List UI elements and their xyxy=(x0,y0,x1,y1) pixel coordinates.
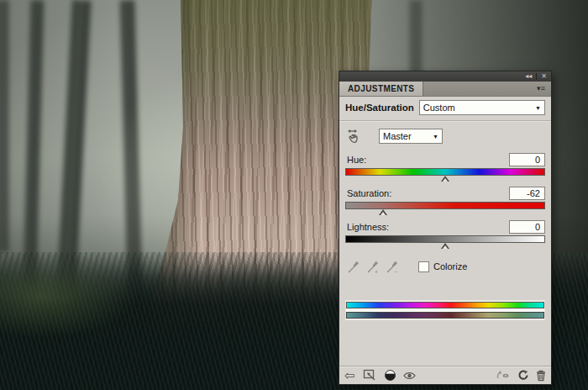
output-hue-spectrum-bar xyxy=(346,312,544,319)
targeted-adjustment-tool-icon[interactable] xyxy=(347,129,364,144)
collapse-panel-button[interactable]: ◂◂ xyxy=(521,73,536,80)
colorize-label: Colorize xyxy=(433,261,467,271)
eyedropper-icon[interactable] xyxy=(347,260,360,274)
view-previous-state-button[interactable] xyxy=(496,368,510,382)
lightness-label: Lightness: xyxy=(345,222,389,232)
clip-to-layer-icon xyxy=(363,369,377,382)
reset-adjustment-button[interactable] xyxy=(517,368,528,382)
reset-icon xyxy=(517,370,528,381)
divider xyxy=(339,120,551,122)
saturation-label: Saturation: xyxy=(345,188,391,198)
saturation-slider-marker[interactable] xyxy=(379,209,387,215)
panel-titlebar: ◂◂ ✕ xyxy=(339,71,551,82)
hue-label: Hue: xyxy=(345,155,366,165)
hue-slider-marker[interactable] xyxy=(441,176,449,182)
saturation-gradient-bar[interactable] xyxy=(345,202,545,209)
colorize-checkbox[interactable] xyxy=(418,261,429,272)
previous-state-icon xyxy=(496,370,510,381)
chevron-down-icon: ▼ xyxy=(535,105,541,111)
preset-dropdown-value: Custom xyxy=(423,103,455,113)
eye-icon xyxy=(403,372,416,380)
hue-slider-group: Hue: 0 xyxy=(345,152,545,182)
panel-menu-icon[interactable]: ▾≡ xyxy=(534,83,548,93)
back-arrow-icon: ⇦ xyxy=(344,369,355,382)
saturation-slider-group: Saturation: -62 xyxy=(345,186,545,216)
delete-adjustment-button[interactable] xyxy=(536,368,546,382)
hue-spectrum-display xyxy=(345,300,545,320)
lightness-slider-group: Lightness: 0 xyxy=(345,219,545,250)
panel-content: Hue/Saturation Custom ▼ Master ▼ xyxy=(339,97,551,368)
preset-dropdown[interactable]: Custom ▼ xyxy=(419,100,545,115)
lightness-value-field[interactable]: 0 xyxy=(509,220,545,234)
hue-value-field[interactable]: 0 xyxy=(509,153,545,166)
input-hue-spectrum-bar xyxy=(346,302,544,308)
visibility-ball-icon xyxy=(385,370,396,381)
plus-sign: + xyxy=(375,268,378,274)
clip-to-layer-button[interactable] xyxy=(363,368,377,382)
panel-tabstrip: ADJUSTMENTS ▾≡ xyxy=(339,82,551,97)
trash-icon xyxy=(536,370,546,382)
minus-sign: − xyxy=(394,268,397,274)
eyedropper-subtract-icon[interactable]: − xyxy=(386,260,399,274)
background-tree xyxy=(0,0,8,252)
lightness-gradient-bar[interactable] xyxy=(345,235,545,243)
return-to-adjustment-list-button[interactable]: ⇦ xyxy=(344,368,355,382)
saturation-value-field[interactable]: -62 xyxy=(509,187,545,200)
eyedropper-add-icon[interactable]: + xyxy=(366,260,380,274)
hue-gradient-bar[interactable] xyxy=(345,168,545,176)
panel-bottom-toolbar: ⇦ xyxy=(339,366,551,384)
lightness-slider-marker[interactable] xyxy=(441,243,449,249)
toggle-layer-visibility-button[interactable] xyxy=(385,368,396,382)
close-panel-button[interactable]: ✕ xyxy=(537,73,551,80)
adjustments-panel: ◂◂ ✕ ADJUSTMENTS ▾≡ Hue/Saturation Custo… xyxy=(339,71,552,385)
adjustment-title: Hue/Saturation xyxy=(345,103,414,113)
layer-visibility-eye-button[interactable] xyxy=(403,368,416,382)
channel-dropdown-value: Master xyxy=(383,131,412,141)
tab-adjustments[interactable]: ADJUSTMENTS xyxy=(339,82,423,96)
channel-dropdown[interactable]: Master ▼ xyxy=(379,129,443,144)
screenshot-root: ◂◂ ✕ ADJUSTMENTS ▾≡ Hue/Saturation Custo… xyxy=(0,0,588,390)
colorize-option[interactable]: Colorize xyxy=(418,261,467,272)
chevron-down-icon: ▼ xyxy=(433,134,438,140)
